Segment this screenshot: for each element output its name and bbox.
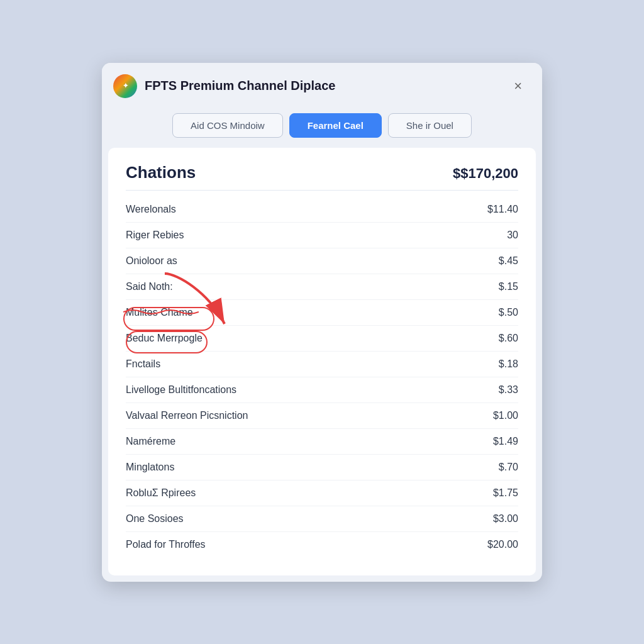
list-item: Onioloor as $.45 bbox=[126, 248, 518, 274]
item-name: Livelloge Bultitfoncations bbox=[126, 384, 236, 396]
item-value: $1.00 bbox=[493, 410, 518, 421]
close-button[interactable]: × bbox=[509, 77, 527, 96]
item-value: 30 bbox=[507, 230, 518, 241]
item-value: $11.40 bbox=[487, 204, 518, 215]
list-item: Polad for Throffes $20.00 bbox=[126, 532, 518, 557]
item-value: $.18 bbox=[499, 358, 518, 370]
item-value: $.45 bbox=[499, 255, 518, 267]
app-icon: ✦ bbox=[113, 74, 137, 98]
tab-fearnel-cael[interactable]: Fearnel Cael bbox=[289, 113, 382, 138]
header-divider bbox=[126, 190, 518, 191]
item-value: $20.00 bbox=[487, 539, 518, 550]
list-item: One Sosioes $3.00 bbox=[126, 506, 518, 532]
item-name: Minglatons bbox=[126, 462, 174, 473]
item-name: Naméreme bbox=[126, 436, 175, 447]
app-icon-inner: ✦ bbox=[113, 74, 137, 98]
item-name: Riger Rebies bbox=[126, 230, 184, 241]
item-name: Said Noth: bbox=[126, 281, 173, 292]
item-value: $.33 bbox=[499, 384, 518, 396]
item-value: $.70 bbox=[499, 462, 518, 473]
list-item: Fnctails $.18 bbox=[126, 352, 518, 377]
list-item: Mulites Chame $.50 bbox=[126, 300, 518, 326]
item-value: $.50 bbox=[499, 307, 518, 318]
list-item: Werelonals $11.40 bbox=[126, 197, 518, 223]
item-value: $.60 bbox=[499, 333, 518, 344]
item-name: RobluΣ Rpirees bbox=[126, 487, 196, 499]
dialog-title: FPTS Premium Channel Diplace bbox=[145, 79, 501, 93]
list-item: Minglatons $.70 bbox=[126, 455, 518, 480]
panel-header: Chations $$170,200 bbox=[126, 163, 518, 182]
item-name: Werelonals bbox=[126, 204, 176, 215]
list-item: Naméreme $1.49 bbox=[126, 429, 518, 455]
list-item: RobluΣ Rpirees $1.75 bbox=[126, 480, 518, 506]
item-value: $3.00 bbox=[493, 513, 518, 525]
item-name: Beduc Merrpogle bbox=[126, 333, 203, 344]
tab-bar: Aid COS Mindoiw Fearnel Cael She ir Ouel bbox=[102, 107, 542, 148]
content-panel: Chations $$170,200 Werelonals $11.40 Rig… bbox=[108, 148, 536, 575]
list-item: Valvaal Rerreon Picsniction $1.00 bbox=[126, 403, 518, 429]
item-name: Fnctails bbox=[126, 358, 160, 370]
item-value: $.15 bbox=[499, 281, 518, 292]
item-name: Onioloor as bbox=[126, 255, 177, 267]
dialog-header: ✦ FPTS Premium Channel Diplace × bbox=[102, 63, 542, 107]
list-item: Beduc Merrpogle $.60 bbox=[126, 326, 518, 352]
item-name: Mulites Chame bbox=[126, 307, 193, 318]
tab-aid-cos[interactable]: Aid COS Mindoiw bbox=[172, 113, 283, 138]
item-name: Polad for Throffes bbox=[126, 539, 206, 550]
list-item: Said Noth: $.15 bbox=[126, 274, 518, 300]
item-value: $1.49 bbox=[493, 436, 518, 447]
list-item: Riger Rebies 30 bbox=[126, 223, 518, 248]
items-list: Werelonals $11.40 Riger Rebies 30 Oniolo… bbox=[126, 197, 518, 557]
panel-total: $$170,200 bbox=[453, 165, 518, 182]
dialog: ✦ FPTS Premium Channel Diplace × Aid COS… bbox=[102, 63, 542, 582]
item-value: $1.75 bbox=[493, 487, 518, 499]
list-item: Livelloge Bultitfoncations $.33 bbox=[126, 377, 518, 403]
item-name: One Sosioes bbox=[126, 513, 184, 525]
item-name: Valvaal Rerreon Picsniction bbox=[126, 410, 248, 421]
panel-title: Chations bbox=[126, 163, 196, 182]
tab-she-quel[interactable]: She ir Ouel bbox=[388, 113, 472, 138]
